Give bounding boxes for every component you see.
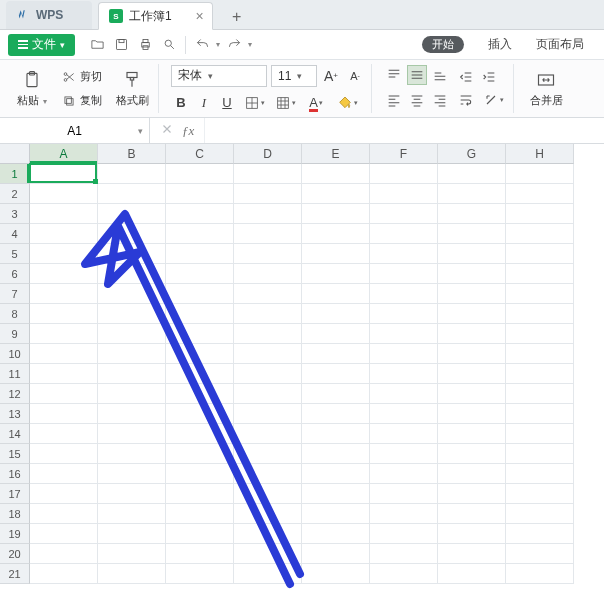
column-header[interactable]: F — [370, 144, 438, 164]
cell[interactable] — [302, 564, 370, 584]
column-header[interactable]: B — [98, 144, 166, 164]
column-header[interactable]: E — [302, 144, 370, 164]
workbook-tab[interactable]: S 工作簿1 × — [98, 2, 213, 30]
cell[interactable] — [30, 524, 98, 544]
cell[interactable] — [166, 244, 234, 264]
cell[interactable] — [234, 424, 302, 444]
cell[interactable] — [370, 424, 438, 444]
align-top-button[interactable] — [384, 65, 404, 85]
cell[interactable] — [98, 164, 166, 184]
cell[interactable] — [166, 364, 234, 384]
cell[interactable] — [370, 344, 438, 364]
cell[interactable] — [234, 224, 302, 244]
cell[interactable] — [438, 304, 506, 324]
cell[interactable] — [302, 244, 370, 264]
cell[interactable] — [506, 404, 574, 424]
column-header[interactable]: C — [166, 144, 234, 164]
cell[interactable] — [98, 244, 166, 264]
cell[interactable] — [30, 564, 98, 584]
cell[interactable] — [30, 424, 98, 444]
print-icon[interactable] — [137, 37, 153, 53]
cell[interactable] — [234, 304, 302, 324]
cell[interactable] — [302, 524, 370, 544]
cell[interactable] — [98, 404, 166, 424]
cell[interactable] — [438, 164, 506, 184]
cell[interactable] — [30, 484, 98, 504]
cell[interactable] — [370, 484, 438, 504]
cell[interactable] — [506, 544, 574, 564]
row-header[interactable]: 2 — [0, 184, 30, 204]
column-header[interactable]: G — [438, 144, 506, 164]
cell[interactable] — [166, 164, 234, 184]
cell[interactable] — [370, 364, 438, 384]
cell[interactable] — [506, 304, 574, 324]
align-center-button[interactable] — [407, 90, 427, 110]
cell[interactable] — [506, 504, 574, 524]
cell[interactable] — [98, 464, 166, 484]
cell[interactable] — [506, 284, 574, 304]
row-header[interactable]: 10 — [0, 344, 30, 364]
cell[interactable] — [30, 504, 98, 524]
cell[interactable] — [370, 244, 438, 264]
cell[interactable] — [302, 184, 370, 204]
open-icon[interactable] — [89, 37, 105, 53]
cell[interactable] — [506, 344, 574, 364]
row-header[interactable]: 11 — [0, 364, 30, 384]
cell[interactable] — [506, 464, 574, 484]
cell[interactable] — [370, 384, 438, 404]
cell[interactable] — [438, 504, 506, 524]
cell[interactable] — [166, 444, 234, 464]
select-all-corner[interactable] — [0, 144, 30, 164]
cell[interactable] — [98, 284, 166, 304]
cell[interactable] — [166, 344, 234, 364]
cell[interactable] — [506, 444, 574, 464]
cell[interactable] — [166, 184, 234, 204]
cell[interactable] — [438, 404, 506, 424]
cell[interactable] — [98, 504, 166, 524]
fill-color-button[interactable]: ▾ — [333, 93, 361, 113]
row-header[interactable]: 13 — [0, 404, 30, 424]
cell[interactable] — [166, 504, 234, 524]
cell[interactable] — [30, 244, 98, 264]
cell[interactable] — [302, 504, 370, 524]
cell[interactable] — [98, 484, 166, 504]
underline-button[interactable]: U — [217, 93, 237, 113]
cell[interactable] — [438, 184, 506, 204]
cell[interactable] — [234, 404, 302, 424]
cell[interactable] — [370, 204, 438, 224]
row-header[interactable]: 12 — [0, 384, 30, 404]
cell[interactable] — [302, 384, 370, 404]
undo-more-icon[interactable]: ▾ — [216, 40, 220, 49]
cell[interactable] — [234, 244, 302, 264]
cell[interactable] — [438, 484, 506, 504]
print-preview-icon[interactable] — [161, 37, 177, 53]
row-header[interactable]: 16 — [0, 464, 30, 484]
cell[interactable] — [370, 404, 438, 424]
tab-insert[interactable]: 插入 — [476, 30, 524, 60]
cell[interactable] — [234, 524, 302, 544]
cut-button[interactable]: 剪切 — [58, 66, 106, 88]
undo-icon[interactable] — [194, 37, 210, 53]
cell[interactable] — [506, 564, 574, 584]
cell[interactable] — [234, 324, 302, 344]
row-header[interactable]: 14 — [0, 424, 30, 444]
cell[interactable] — [98, 544, 166, 564]
name-box[interactable]: ▾ — [0, 118, 150, 143]
cell[interactable] — [302, 364, 370, 384]
row-header[interactable]: 3 — [0, 204, 30, 224]
fx-icon[interactable]: ƒx — [182, 123, 194, 139]
cell[interactable] — [30, 384, 98, 404]
row-header[interactable]: 1 — [0, 164, 30, 184]
cell[interactable] — [302, 484, 370, 504]
cell[interactable] — [30, 544, 98, 564]
bold-button[interactable]: B — [171, 93, 191, 113]
cell[interactable] — [234, 504, 302, 524]
cell[interactable] — [234, 484, 302, 504]
formula-input[interactable] — [205, 118, 604, 143]
row-header[interactable]: 8 — [0, 304, 30, 324]
font-color-button[interactable]: A▾ — [302, 93, 330, 113]
cell[interactable] — [438, 364, 506, 384]
merge-cells-button[interactable]: 合并居 — [526, 64, 566, 114]
row-header[interactable]: 15 — [0, 444, 30, 464]
cell[interactable] — [370, 304, 438, 324]
